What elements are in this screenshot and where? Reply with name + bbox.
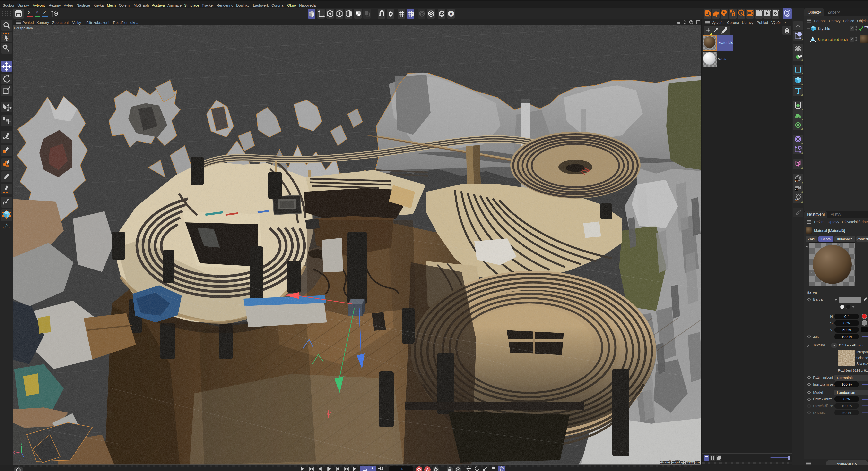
svg-text:ST: ST xyxy=(795,180,798,182)
svg-text:ST: ST xyxy=(795,189,798,191)
svg-text:ST: ST xyxy=(795,199,798,201)
svg-text:Rozteč mřížky : 1000 cm: Rozteč mřížky : 1000 cm xyxy=(660,460,700,464)
svg-text:Perspektiva: Perspektiva xyxy=(14,26,33,30)
svg-text:A: A xyxy=(450,12,453,16)
